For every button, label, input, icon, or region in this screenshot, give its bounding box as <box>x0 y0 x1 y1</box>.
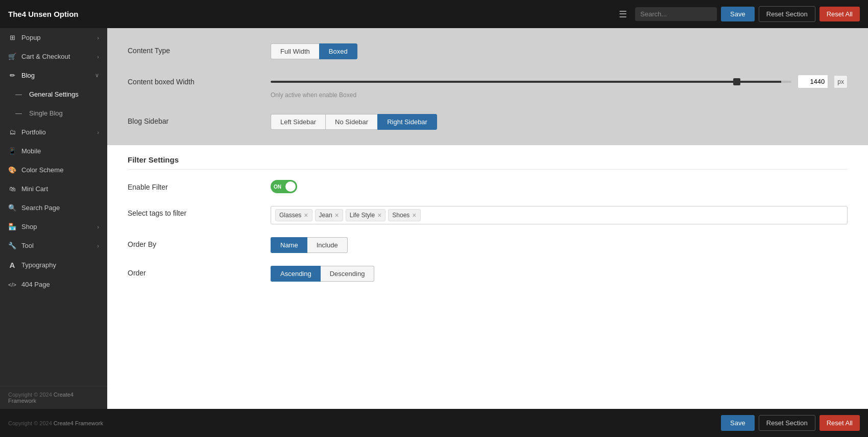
blog-sidebar-row: Blog Sidebar Left Sidebar No Sidebar Rig… <box>128 114 848 130</box>
sidebar-item-portfolio[interactable]: 🗂 Portfolio › <box>0 123 107 142</box>
sidebar-item-label: Typography <box>21 261 56 269</box>
tag-glasses: Glasses × <box>275 209 312 221</box>
tag-remove-glasses[interactable]: × <box>304 212 308 219</box>
sidebar-item-label: Cart & Checkout <box>21 53 70 60</box>
tag-label: Jean <box>319 212 332 219</box>
content-type-btn-group: Full Width Boxed <box>271 43 848 59</box>
search-input[interactable] <box>635 7 717 21</box>
select-tags-label: Select tags to filter <box>128 206 260 217</box>
boxed-button[interactable]: Boxed <box>319 43 357 59</box>
order-by-row: Order By Name Include <box>128 237 848 253</box>
tag-label: Life Style <box>350 212 375 219</box>
blog-sidebar-btn-group: Left Sidebar No Sidebar Right Sidebar <box>271 114 848 130</box>
bottombar-left: Copyright © 2024 Create4 Framework <box>8 420 103 426</box>
shop-icon: 🏪 <box>8 223 16 231</box>
filter-settings-title: Filter Settings <box>128 145 848 169</box>
chevron-down-icon: ∨ <box>95 72 99 79</box>
sidebar-item-shop[interactable]: 🏪 Shop › <box>0 217 107 236</box>
ascending-button[interactable]: Ascending <box>271 266 321 282</box>
mobile-icon: 📱 <box>8 147 16 155</box>
sidebar-item-label: General Settings <box>29 90 79 98</box>
sidebar-item-general-settings[interactable]: — General Settings <box>0 85 107 104</box>
select-tags-control: Glasses × Jean × Life Style × Shoes <box>271 206 848 224</box>
sidebar-item-popup[interactable]: ⊞ Popup › <box>0 28 107 47</box>
bottom-reset-section-button[interactable]: Reset Section <box>759 415 815 431</box>
order-by-label: Order By <box>128 237 260 248</box>
full-width-button[interactable]: Full Width <box>271 43 319 59</box>
sidebar-item-color-scheme[interactable]: 🎨 Color Scheme <box>0 160 107 179</box>
tag-jean: Jean × <box>315 209 343 221</box>
order-by-include-button[interactable]: Include <box>307 237 348 253</box>
sidebar-item-label: Color Scheme <box>21 166 63 174</box>
layout: ⊞ Popup › 🛒 Cart & Checkout › ✏ Blog ∨ —… <box>0 28 868 409</box>
bottombar: Copyright © 2024 Create4 Framework Save … <box>0 409 868 437</box>
sidebar-item-label: Popup <box>21 34 41 41</box>
content-boxed-width-row: Content boxed Width px Only active when … <box>128 75 848 99</box>
main-content: Content Type Full Width Boxed Content bo… <box>107 28 868 409</box>
sidebar-footer: Copyright © 2024 Create4 Framework <box>0 386 107 409</box>
left-sidebar-button[interactable]: Left Sidebar <box>271 114 325 130</box>
tag-remove-life-style[interactable]: × <box>377 212 381 219</box>
toggle-track: ON <box>271 180 297 193</box>
tag-label: Glasses <box>279 212 301 219</box>
search-page-icon: 🔍 <box>8 204 16 212</box>
width-input[interactable] <box>798 75 828 88</box>
tag-label: Shoes <box>392 212 409 219</box>
mini-cart-icon: 🛍 <box>8 185 16 193</box>
bottom-reset-all-button[interactable]: Reset All <box>819 415 860 431</box>
sidebar-item-single-blog[interactable]: — Single Blog <box>0 104 107 123</box>
sidebar-item-typography[interactable]: A Typography <box>0 255 107 275</box>
chevron-right-icon: › <box>97 243 99 249</box>
sidebar-item-label: Portfolio <box>21 128 46 136</box>
sidebar-item-label: Search Page <box>21 204 60 212</box>
tag-shoes: Shoes × <box>388 209 420 221</box>
enable-filter-row: Enable Filter ON <box>128 180 848 193</box>
enable-filter-control: ON <box>271 180 848 193</box>
sidebar-item-search-page[interactable]: 🔍 Search Page <box>0 198 107 217</box>
tag-remove-jean[interactable]: × <box>335 212 339 219</box>
popup-icon: ⊞ <box>8 34 16 41</box>
sidebar-item-tool[interactable]: 🔧 Tool › <box>0 236 107 255</box>
sidebar: ⊞ Popup › 🛒 Cart & Checkout › ✏ Blog ∨ —… <box>0 28 107 409</box>
framework-link[interactable]: Create4 Framework <box>54 420 103 426</box>
reset-all-button[interactable]: Reset All <box>819 7 860 21</box>
no-sidebar-button[interactable]: No Sidebar <box>325 114 377 130</box>
app-title: The4 Unsen Option <box>8 10 619 18</box>
tool-icon: 🔧 <box>8 242 16 249</box>
cart-icon: 🛒 <box>8 53 16 60</box>
order-control: Ascending Descending <box>271 266 848 282</box>
right-sidebar-button[interactable]: Right Sidebar <box>377 114 437 130</box>
menu-icon[interactable]: ☰ <box>619 9 627 20</box>
blog-sidebar-control: Left Sidebar No Sidebar Right Sidebar <box>271 114 848 130</box>
width-slider[interactable] <box>271 81 791 83</box>
sidebar-item-label: Mobile <box>21 147 41 155</box>
sidebar-item-cart-checkout[interactable]: 🛒 Cart & Checkout › <box>0 47 107 66</box>
sidebar-item-label: 404 Page <box>21 281 50 288</box>
bottom-save-button[interactable]: Save <box>721 415 755 431</box>
sidebar-item-mobile[interactable]: 📱 Mobile <box>0 142 107 160</box>
descending-button[interactable]: Descending <box>321 266 375 282</box>
sidebar-item-blog[interactable]: ✏ Blog ∨ <box>0 66 107 85</box>
enable-filter-toggle[interactable]: ON <box>271 180 297 193</box>
sidebar-item-404-page[interactable]: </> 404 Page <box>0 275 107 294</box>
chevron-right-icon: › <box>97 224 99 230</box>
tags-input[interactable]: Glasses × Jean × Life Style × Shoes <box>271 206 848 224</box>
order-row: Order Ascending Descending <box>128 266 848 282</box>
content-boxed-width-control: px Only active when enable Boxed <box>271 75 848 99</box>
sidebar-item-mini-cart[interactable]: 🛍 Mini Cart <box>0 179 107 198</box>
save-button[interactable]: Save <box>721 7 755 21</box>
portfolio-icon: 🗂 <box>8 128 16 136</box>
chevron-right-icon: › <box>97 129 99 135</box>
slider-hint: Only active when enable Boxed <box>271 91 848 99</box>
chevron-right-icon: › <box>97 35 99 41</box>
blog-sidebar-label: Blog Sidebar <box>128 114 260 125</box>
reset-section-button[interactable]: Reset Section <box>759 6 815 22</box>
order-by-name-button[interactable]: Name <box>271 237 307 253</box>
sidebar-item-label: Single Blog <box>29 109 63 117</box>
sidebar-item-label: Shop <box>21 223 37 231</box>
tag-life-style: Life Style × <box>346 209 386 221</box>
color-scheme-icon: 🎨 <box>8 166 16 174</box>
tag-remove-shoes[interactable]: × <box>412 212 416 219</box>
toggle-on-label: ON <box>274 184 281 190</box>
content-type-row: Content Type Full Width Boxed <box>128 43 848 59</box>
